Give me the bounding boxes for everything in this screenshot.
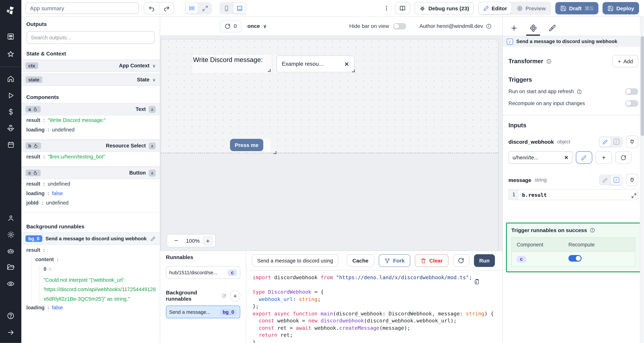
star-icon[interactable] bbox=[0, 46, 21, 62]
help-icon[interactable] bbox=[0, 308, 21, 324]
clear-button[interactable]: Clear bbox=[415, 254, 448, 267]
edit-resource-button[interactable] bbox=[576, 151, 592, 164]
state-badge[interactable]: state bbox=[26, 76, 42, 83]
info-icon[interactable] bbox=[546, 58, 552, 64]
chevron-down-icon[interactable]: ∨ bbox=[152, 64, 156, 68]
clear-x-icon[interactable]: ✕ bbox=[564, 154, 568, 160]
full-width-button[interactable] bbox=[199, 3, 211, 14]
recompute-c-toggle[interactable] bbox=[568, 255, 582, 262]
undo-button[interactable] bbox=[144, 2, 159, 14]
state-row[interactable]: state State∨ bbox=[21, 74, 160, 86]
expand-editor-icon[interactable] bbox=[631, 193, 637, 198]
select-component-cell[interactable]: Example resou... ✕ bbox=[274, 54, 356, 73]
variables-dollar-icon[interactable] bbox=[0, 104, 21, 120]
eval-function-button[interactable]: ƒ bbox=[611, 175, 622, 184]
runs-play-icon[interactable] bbox=[0, 87, 21, 104]
run-on-start-toggle[interactable] bbox=[625, 88, 638, 95]
component-a-badge[interactable]: a bbox=[26, 106, 41, 112]
resize-handle[interactable] bbox=[274, 151, 276, 154]
zoom-out-button[interactable]: − bbox=[169, 237, 183, 244]
message-expr-editor[interactable]: 1 b.result bbox=[508, 189, 638, 200]
search-outputs-input[interactable] bbox=[26, 31, 155, 44]
resource-select-component[interactable]: Example resou... ✕ bbox=[276, 56, 354, 72]
ctx-badge[interactable]: ctx bbox=[26, 62, 38, 69]
chevron-down-icon[interactable]: ∨ bbox=[152, 77, 156, 82]
text-component[interactable]: Write Discord message: bbox=[192, 54, 272, 72]
runnable-item[interactable]: hub/1511/discord/se... c bbox=[166, 266, 240, 279]
deploy-button[interactable]: Deploy bbox=[602, 2, 639, 14]
users-person-icon[interactable] bbox=[0, 210, 21, 226]
settings-gear-icon[interactable] bbox=[0, 226, 21, 243]
resize-handle[interactable] bbox=[268, 69, 270, 72]
copy-code-icon[interactable] bbox=[474, 279, 480, 285]
edit-pencil-icon[interactable] bbox=[151, 236, 156, 241]
app-summary-input[interactable] bbox=[26, 2, 139, 14]
eval-function-button[interactable]: ƒ bbox=[611, 137, 622, 146]
schedules-calendar-icon[interactable] bbox=[0, 136, 21, 153]
component-c-badge[interactable]: c bbox=[517, 256, 526, 262]
component-row-b[interactable]: b Resource Select∧ bbox=[21, 140, 160, 152]
info-icon[interactable] bbox=[577, 89, 582, 94]
draft-button[interactable]: Draft ⌘S bbox=[555, 2, 598, 14]
folders-icon[interactable] bbox=[0, 259, 21, 276]
cache-button[interactable]: Cache bbox=[346, 254, 374, 267]
resize-handle[interactable] bbox=[352, 70, 355, 72]
component-row-a[interactable]: a Text∧ bbox=[21, 103, 160, 116]
hide-bar-toggle[interactable] bbox=[393, 23, 406, 29]
collapse-chevron-up[interactable]: ∧ bbox=[149, 106, 156, 113]
component-settings-tab[interactable] bbox=[526, 22, 540, 34]
component-c-badge[interactable]: c bbox=[26, 170, 41, 176]
debug-runs-button[interactable]: Debug runs (23) bbox=[414, 2, 474, 14]
styling-brush-tab[interactable] bbox=[546, 22, 560, 34]
connect-plug-button[interactable] bbox=[626, 136, 638, 148]
bg0-row[interactable]: bg_0 Send a message to discord using web… bbox=[21, 232, 160, 245]
button-component-cell[interactable]: Press me bbox=[230, 138, 271, 152]
recompute-toggle[interactable] bbox=[625, 100, 638, 107]
add-transformer-button[interactable]: +Add bbox=[612, 55, 638, 68]
bounded-width-button[interactable] bbox=[186, 3, 198, 14]
redo-button[interactable] bbox=[159, 2, 174, 14]
press-me-button[interactable]: Press me bbox=[230, 139, 263, 151]
desktop-view-button[interactable] bbox=[233, 3, 246, 14]
windmill-logo[interactable] bbox=[4, 4, 17, 17]
component-row-c[interactable]: c Button∧ bbox=[21, 167, 160, 179]
clear-x-icon[interactable]: ✕ bbox=[344, 60, 349, 67]
apps-icon[interactable] bbox=[0, 28, 21, 45]
refresh-count-button[interactable]: 0 bbox=[220, 20, 242, 32]
collapse-arrow-right-icon[interactable] bbox=[0, 324, 21, 340]
workers-robot-icon[interactable] bbox=[0, 243, 21, 259]
zoom-in-button[interactable]: + bbox=[202, 236, 213, 246]
collapse-chevron-up[interactable]: ∧ bbox=[149, 169, 156, 176]
code-editor[interactable]: import discordwebhook from "https://deno… bbox=[246, 270, 502, 343]
info-icon[interactable] bbox=[590, 228, 595, 233]
info-icon[interactable] bbox=[486, 23, 492, 29]
resources-cubes-icon[interactable] bbox=[0, 120, 21, 136]
run-mode-dropdown[interactable]: once ∨ bbox=[247, 23, 267, 29]
static-pencil-button[interactable] bbox=[600, 175, 610, 184]
fork-button[interactable]: Fork bbox=[379, 254, 410, 267]
insert-plus-tab[interactable] bbox=[507, 22, 521, 34]
scrollbar-thumb[interactable] bbox=[641, 36, 644, 136]
ctx-row[interactable]: ctx App Context∨ bbox=[21, 60, 160, 72]
more-menu-icon[interactable] bbox=[382, 5, 390, 12]
runnable-item-selected[interactable]: Send a message... bg_0 bbox=[166, 306, 240, 318]
tab-preview[interactable]: Preview bbox=[512, 2, 550, 14]
app-canvas[interactable]: Write Discord message: Example resou... … bbox=[160, 36, 502, 250]
mobile-view-button[interactable] bbox=[220, 3, 232, 14]
runnable-tab[interactable]: Send a message to discord using bbox=[252, 254, 338, 267]
run-button[interactable]: Run bbox=[474, 254, 495, 267]
add-bg-runnable-button[interactable]: + bbox=[230, 290, 240, 301]
add-resource-button[interactable]: + bbox=[596, 151, 612, 164]
collapse-chevron-up[interactable]: ∧ bbox=[149, 142, 156, 149]
reload-button[interactable] bbox=[453, 254, 469, 267]
audit-eye-icon[interactable] bbox=[0, 276, 21, 292]
canvas-grid[interactable]: Write Discord message: Example resou... … bbox=[161, 39, 498, 153]
tab-editor[interactable]: Editor bbox=[479, 2, 512, 14]
docs-book-button[interactable] bbox=[395, 2, 410, 14]
bg0-badge[interactable]: bg_0 bbox=[26, 235, 42, 242]
resource-value-input[interactable]: u/henri/te... ✕ bbox=[508, 151, 572, 164]
refresh-resource-button[interactable] bbox=[615, 151, 632, 164]
connect-plug-button[interactable] bbox=[626, 174, 638, 186]
component-b-badge[interactable]: b bbox=[26, 142, 41, 149]
static-pencil-button[interactable] bbox=[600, 137, 610, 146]
